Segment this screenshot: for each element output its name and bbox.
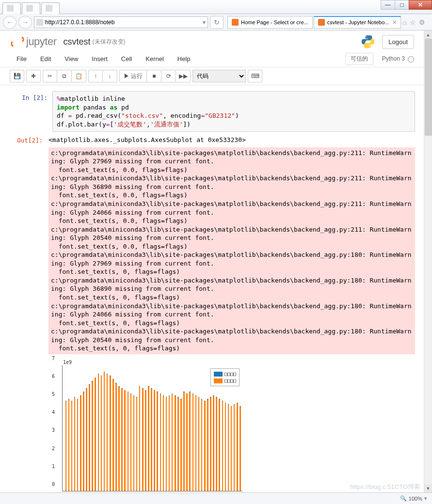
tab-icon [46,5,52,12]
autosave-status: (未保存改变) [93,38,126,46]
python-logo-icon [361,34,375,49]
restart-run-all-button[interactable]: ▶▶ [176,70,191,82]
settings-icon[interactable]: ⚙ [419,18,425,26]
trusted-indicator[interactable]: 可信的 [345,53,373,65]
zoom-level[interactable]: 100% [409,496,422,502]
menu-view[interactable]: View [58,53,85,64]
cut-button[interactable]: ✂ [43,70,57,82]
output-cell: Out[2]: <matplotlib.axes._subplots.AxesS… [9,134,415,492]
browser-tab[interactable] [22,2,40,14]
ie-tab-home[interactable]: Home Page - Select or cre... [227,16,313,29]
jupyter-swirl-icon [10,35,23,48]
stop-button[interactable]: ■ [147,70,161,82]
ie-tab-strip: Home Page - Select or cre... csvtest - J… [227,16,401,29]
menu-cell[interactable]: Cell [114,53,139,64]
address-bar: ← → http://127.0.0.1:8888/noteb ▾ ↻ Home… [0,14,432,31]
svg-point-0 [366,36,367,37]
favorites-icon[interactable]: ☆ [410,18,416,26]
ie-tab-csvtest[interactable]: csvtest - Jupyter Notebo... ✕ [314,16,401,29]
run-button[interactable]: ▶ 运行 [119,70,147,82]
kernel-name[interactable]: Python 3 [382,55,414,62]
minimize-button[interactable]: — [381,0,395,10]
scroll-down-icon[interactable]: ▼ [424,484,432,492]
page-icon [36,19,43,26]
move-down-button[interactable]: ↓ [103,70,117,82]
browser-tab[interactable] [41,2,60,14]
bar-chart: □□□□ □□□□ 01234567 [62,365,242,491]
menu-bar: File Edit View Insert Cell Kernel Help 可… [0,51,424,67]
scroll-up-icon[interactable]: ▲ [424,31,432,39]
refresh-button[interactable]: ↻ [210,16,224,29]
menu-kernel[interactable]: Kernel [139,53,171,64]
notebook-icon [318,19,325,26]
notebook-body: In [2]: %matplotlib inline import pandas… [0,85,424,492]
url-text: http://127.0.0.1:8888/noteb [45,19,114,26]
jupyter-logo[interactable]: jupyter [10,35,57,48]
menu-help[interactable]: Help [171,53,197,64]
status-bar: 🔍 100% ▾ [0,492,432,504]
restart-button[interactable]: ⟳ [161,70,176,82]
cell-type-select[interactable]: 代码 [192,70,246,82]
menu-insert[interactable]: Insert [85,53,114,64]
tab-icon [26,5,33,12]
jupyter-icon [232,19,239,26]
output-text: <matplotlib.axes._subplots.AxesSubplot a… [48,136,415,144]
code-input[interactable]: %matplotlib inline import pandas as pd d… [52,91,415,132]
browser-tab[interactable] [2,2,21,14]
notebook-header: jupyter csvtest (未保存改变) Logout [0,31,424,51]
svg-point-1 [369,46,370,47]
copy-button[interactable]: ⧉ [57,70,72,82]
chart-scale-label: 1e9 [63,359,242,366]
command-palette-button[interactable]: ⌨ [248,70,262,82]
tab-close-icon[interactable]: ✕ [392,19,397,26]
kernel-status-icon [408,56,414,63]
close-button[interactable]: ✕ [409,0,432,10]
menu-file[interactable]: File [10,53,33,64]
dropdown-icon[interactable]: ▾ [203,19,206,26]
output-prompt: Out[2]: [9,134,48,492]
zoom-dropdown-icon[interactable]: ▾ [424,495,427,502]
maximize-button[interactable]: □ [395,0,409,10]
logout-button[interactable]: Logout [382,35,414,49]
menu-edit[interactable]: Edit [33,53,58,64]
scroll-thumb[interactable] [425,39,432,136]
move-up-button[interactable]: ↑ [88,70,103,82]
add-cell-button[interactable]: ✚ [26,70,41,82]
tab-icon [7,5,14,12]
notebook-name[interactable]: csvtest [64,37,91,47]
url-field[interactable]: http://127.0.0.1:8888/noteb ▾ [34,16,208,28]
forward-button[interactable]: → [18,16,32,29]
vertical-scrollbar[interactable]: ▲ ▼ [424,31,432,492]
output-chart: 1e9 □□□□ □□□□ 01234567 [48,359,242,492]
save-button[interactable]: 💾 [10,70,24,82]
warning-output: c:\programdata\miniconda3\lib\site-packa… [48,147,415,354]
page-viewport: jupyter csvtest (未保存改变) Logout File Edit… [0,31,432,492]
toolbar: 💾 ✚ ✂ ⧉ 📋 ↑ ↓ ▶ 运行 ■ ⟳ ▶▶ 代码 ⌨ [0,67,424,85]
zoom-icon[interactable]: 🔍 [400,495,407,502]
paste-button[interactable]: 📋 [72,70,86,82]
window-titlebar: — □ ✕ [0,0,432,14]
home-icon[interactable]: ⌂ [403,18,407,26]
back-button[interactable]: ← [3,16,16,29]
input-prompt: In [2]: [14,91,52,132]
code-cell[interactable]: In [2]: %matplotlib inline import pandas… [9,91,415,132]
